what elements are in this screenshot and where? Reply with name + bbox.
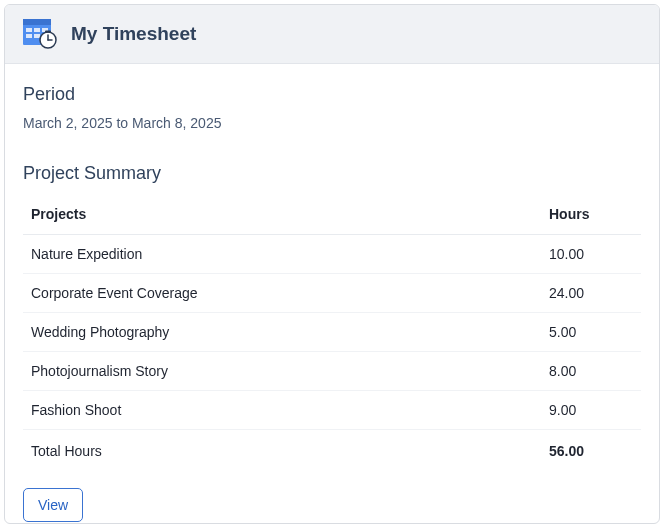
table-row: Nature Expedition 10.00 [23,235,641,274]
project-name: Nature Expedition [23,235,541,274]
project-hours: 24.00 [541,274,641,313]
table-row: Corporate Event Coverage 24.00 [23,274,641,313]
project-name: Fashion Shoot [23,391,541,430]
timesheet-icon [23,19,57,49]
total-label: Total Hours [23,430,541,471]
summary-title: Project Summary [23,163,641,184]
project-name: Wedding Photography [23,313,541,352]
svg-rect-5 [26,34,32,38]
card-header: My Timesheet [5,5,659,64]
project-summary-table: Projects Hours Nature Expedition 10.00 C… [23,194,641,470]
table-row: Photojournalism Story 8.00 [23,352,641,391]
project-name: Photojournalism Story [23,352,541,391]
svg-rect-1 [23,19,51,25]
card-body: Period March 2, 2025 to March 8, 2025 Pr… [5,64,659,524]
project-name: Corporate Event Coverage [23,274,541,313]
page-title: My Timesheet [71,23,196,45]
svg-rect-2 [26,28,32,32]
view-button[interactable]: View [23,488,83,522]
table-row: Wedding Photography 5.00 [23,313,641,352]
table-row: Fashion Shoot 9.00 [23,391,641,430]
project-hours: 8.00 [541,352,641,391]
column-header-hours: Hours [541,194,641,235]
column-header-projects: Projects [23,194,541,235]
svg-rect-9 [45,31,51,33]
project-hours: 10.00 [541,235,641,274]
svg-rect-3 [34,28,40,32]
project-hours: 9.00 [541,391,641,430]
timesheet-card: My Timesheet Period March 2, 2025 to Mar… [4,4,660,524]
svg-rect-6 [34,34,40,38]
total-row: Total Hours 56.00 [23,430,641,471]
total-hours: 56.00 [541,430,641,471]
period-label: Period [23,84,641,105]
period-value: March 2, 2025 to March 8, 2025 [23,115,641,131]
project-hours: 5.00 [541,313,641,352]
